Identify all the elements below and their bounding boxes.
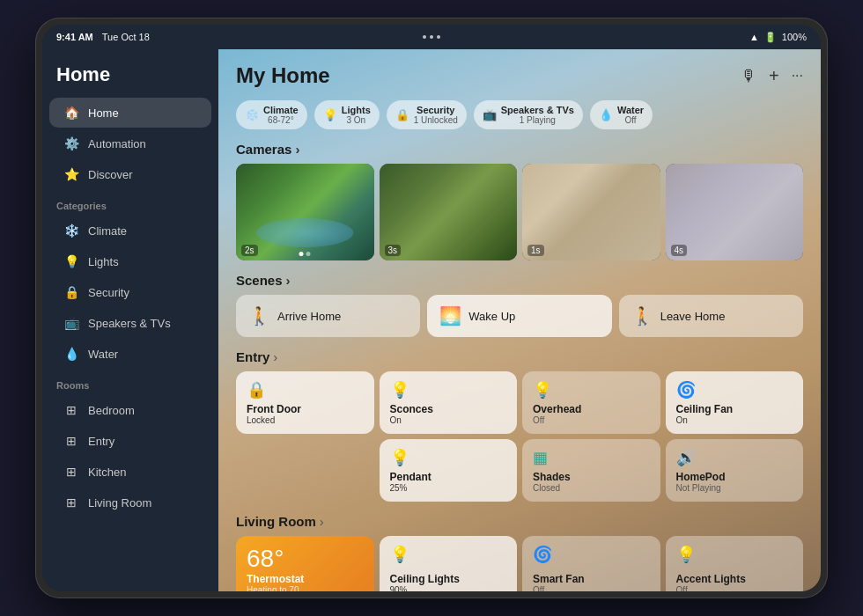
sidebar-label-automation: Automation	[88, 137, 146, 150]
sidebar-title: Home	[42, 63, 218, 97]
status-bar: 9:41 AM Tue Oct 18 ▲ 🔋 100%	[42, 25, 821, 49]
pill-water[interactable]: 💧 Water Off	[590, 100, 653, 129]
sidebar-item-automation[interactable]: ⚙️ Automation	[49, 128, 211, 158]
header-actions: 🎙 + ···	[741, 66, 803, 86]
sidebar-item-entry[interactable]: ⊞ Entry	[49, 426, 211, 456]
cam1-timestamp: 2s	[241, 245, 258, 256]
sconces-name: Sconces	[390, 403, 507, 415]
sidebar-label-home: Home	[88, 106, 119, 120]
device-accent-lights[interactable]: 💡 Accent Lights Off	[666, 536, 804, 591]
pill-speakers-label: Speakers & TVs	[501, 105, 574, 115]
pill-lights-sub: 3 On	[342, 115, 371, 125]
main-content: My Home 🎙 + ··· ❄️ Climate 68-72°	[218, 49, 821, 591]
accent-lights-icon: 💡	[676, 545, 696, 564]
sidebar-label-entry: Entry	[88, 435, 114, 448]
battery-level: 100%	[782, 32, 807, 42]
accent-lights-name: Accent Lights	[676, 573, 793, 585]
wakeup-label: Wake Up	[468, 310, 515, 323]
main-header: My Home 🎙 + ···	[236, 63, 803, 88]
status-date: Tue Oct 18	[102, 32, 150, 42]
camera-card-2[interactable]: 3s	[380, 164, 518, 260]
pill-water-icon: 💧	[599, 108, 613, 121]
sconces-top: 💡	[390, 380, 507, 400]
living-icon: ⊞	[63, 495, 79, 510]
app-content: Home 🏠 Home ⚙️ Automation ⭐ Discover Cat…	[42, 49, 821, 591]
entry-device-grid: 🔒 Front Door Locked 💡 Sconces	[236, 371, 803, 502]
sidebar-item-climate[interactable]: ❄️ Climate	[49, 216, 211, 246]
status-time: 9:41 AM	[56, 32, 93, 42]
leave-icon: 🚶	[631, 305, 653, 326]
entry-chevron: ›	[273, 349, 277, 364]
arrive-label: Arrive Home	[277, 310, 341, 323]
wakeup-icon: 🌅	[439, 305, 461, 326]
cam4-timestamp: 4s	[671, 245, 688, 256]
sidebar-item-speakers[interactable]: 📺 Speakers & TVs	[49, 308, 211, 338]
living-room-device-grid: 68° Thermostat Heating to 70 💡 Ceiling L…	[236, 536, 803, 591]
camera-card-1[interactable]: 2s	[236, 164, 374, 260]
living-room-section-header[interactable]: Living Room ›	[236, 514, 803, 529]
device-ceiling-lights[interactable]: 💡 Ceiling Lights 90%	[380, 536, 518, 591]
status-right: ▲ 🔋 100%	[749, 32, 807, 43]
sidebar-item-security[interactable]: 🔒 Security	[49, 277, 211, 307]
device-sconces[interactable]: 💡 Sconces On	[380, 371, 518, 434]
overhead-icon: 💡	[533, 380, 552, 400]
front-door-status: Locked	[247, 415, 364, 425]
pill-security-label: Security	[414, 105, 458, 115]
device-overhead[interactable]: 💡 Overhead Off	[522, 371, 660, 434]
pill-security-text: Security 1 Unlocked	[414, 105, 458, 125]
sidebar-item-discover[interactable]: ⭐ Discover	[49, 159, 211, 189]
pill-lights-icon: 💡	[323, 108, 337, 121]
smart-fan-name: Smart Fan	[533, 573, 650, 585]
front-door-icon: 🔒	[247, 380, 266, 400]
cameras-section-header[interactable]: Cameras ›	[236, 142, 803, 157]
pendant-status: 25%	[390, 483, 507, 493]
home-icon: 🏠	[63, 105, 79, 121]
scene-leave[interactable]: 🚶 Leave Home	[619, 295, 803, 337]
sidebar-label-bedroom: Bedroom	[88, 404, 135, 417]
scenes-chevron: ›	[286, 273, 291, 288]
homepod-name: HomePod	[676, 471, 793, 483]
sidebar-item-lights[interactable]: 💡 Lights	[49, 246, 211, 276]
scenes-grid: 🚶 Arrive Home 🌅 Wake Up 🚶 Leave Home	[236, 295, 803, 337]
wifi-icon: ▲	[749, 32, 759, 42]
device-shades[interactable]: ▦ Shades Closed	[522, 439, 660, 502]
entry-section-header[interactable]: Entry ›	[236, 349, 803, 364]
sconces-icon: 💡	[390, 380, 409, 400]
pill-lights[interactable]: 💡 Lights 3 On	[314, 100, 380, 129]
pill-speakers[interactable]: 📺 Speakers & TVs 1 Playing	[474, 100, 583, 129]
add-button[interactable]: +	[769, 66, 779, 86]
sidebar-item-living[interactable]: ⊞ Living Room	[49, 488, 211, 517]
sidebar-item-water[interactable]: 💧 Water	[49, 339, 211, 369]
cam1-dots	[299, 252, 311, 256]
accent-lights-top: 💡	[676, 545, 793, 564]
pill-lights-text: Lights 3 On	[342, 105, 371, 125]
sidebar-item-home[interactable]: 🏠 Home	[49, 98, 211, 128]
overhead-name: Overhead	[533, 403, 650, 415]
cam1-pool	[256, 218, 353, 247]
more-button[interactable]: ···	[792, 68, 803, 84]
scene-arrive[interactable]: 🚶 Arrive Home	[236, 295, 420, 337]
smart-fan-top: 🌀	[533, 545, 650, 564]
scene-wakeup[interactable]: 🌅 Wake Up	[427, 295, 611, 337]
shades-top: ▦	[533, 448, 650, 467]
cameras-chevron: ›	[295, 142, 299, 157]
camera-card-4[interactable]: 4s	[666, 164, 804, 260]
sidebar-item-kitchen[interactable]: ⊞ Kitchen	[49, 457, 211, 487]
scenes-section-header[interactable]: Scenes ›	[236, 273, 803, 288]
mic-button[interactable]: 🎙	[741, 67, 756, 85]
sidebar-label-security: Security	[88, 286, 129, 299]
pill-security[interactable]: 🔒 Security 1 Unlocked	[387, 100, 467, 129]
device-homepod[interactable]: 🔊 HomePod Not Playing	[666, 439, 804, 502]
device-smart-fan[interactable]: 🌀 Smart Fan Off	[522, 536, 660, 591]
ceiling-lights-name: Ceiling Lights	[390, 573, 507, 585]
device-ceiling-fan[interactable]: 🌀 Ceiling Fan On	[666, 371, 804, 434]
battery-icon: 🔋	[764, 32, 777, 43]
pill-climate-label: Climate	[263, 105, 299, 115]
device-pendant[interactable]: 💡 Pendant 25%	[380, 439, 518, 502]
device-thermostat[interactable]: 68° Thermostat Heating to 70	[236, 536, 374, 591]
device-front-door[interactable]: 🔒 Front Door Locked	[236, 371, 374, 434]
camera-card-3[interactable]: 1s	[522, 164, 660, 260]
thermostat-name: Thermostat	[247, 573, 364, 585]
sidebar-item-bedroom[interactable]: ⊞ Bedroom	[49, 395, 211, 425]
pill-climate[interactable]: ❄️ Climate 68-72°	[236, 100, 307, 129]
